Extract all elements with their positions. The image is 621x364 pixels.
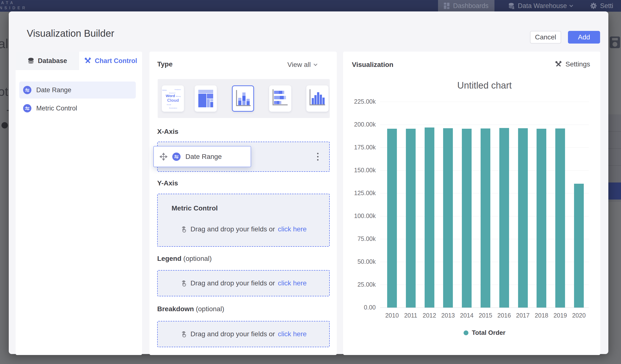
gridline <box>380 102 589 102</box>
chevron-down-icon <box>569 3 573 7</box>
chart-type-stacked-bar[interactable] <box>269 86 291 112</box>
chart-type-column[interactable] <box>306 86 328 112</box>
type-section-label: Type <box>157 60 172 68</box>
view-all-dropdown[interactable]: View all <box>287 61 317 69</box>
app-logo: DATA INSIDER <box>0 0 27 10</box>
gridline <box>380 124 589 125</box>
nav-dashboards-label: Dashboards <box>453 2 489 10</box>
tools-icon <box>84 57 91 65</box>
axis <box>236 90 237 106</box>
legend-dot <box>464 330 468 335</box>
x-axis-tick-label: 2017 <box>513 312 533 319</box>
stack-seg <box>277 101 279 104</box>
chevron-down-icon <box>314 62 318 66</box>
database-icon <box>28 57 34 64</box>
treemap-block <box>210 102 213 107</box>
y-axis-tick-label: 200.00k <box>347 121 376 128</box>
tab-database-label: Database <box>38 57 67 65</box>
x-axis-tick-label: 2011 <box>401 312 420 319</box>
cancel-button[interactable]: Cancel <box>530 31 561 44</box>
chart-legend[interactable]: Total Order <box>380 329 589 336</box>
bar-2020 <box>574 184 584 308</box>
chart-type-strip: Word Cloud inessAnalyticsKeywordMiningSo… <box>158 79 330 118</box>
bar-2015 <box>481 128 490 308</box>
column <box>320 95 322 104</box>
nav-data-warehouse-label: Data Warehouse <box>518 2 567 10</box>
drop-hint-text: Drag and drop your fields or <box>190 330 275 338</box>
word-cloud-mini-word: Mining <box>176 96 181 97</box>
nav-data-warehouse[interactable]: Data Warehouse <box>508 0 572 12</box>
sidebar-item-date-range[interactable]: Date Range <box>19 82 136 99</box>
bar-2010 <box>387 129 397 308</box>
tab-database[interactable]: Database <box>16 52 79 70</box>
screen: DATA INSIDER Dashboards Data Warehouse <box>0 0 621 364</box>
stack-seg <box>242 96 245 101</box>
treemap-block <box>207 99 210 107</box>
stack-seg <box>279 101 281 104</box>
click-here-link[interactable]: click here <box>278 330 307 338</box>
click-here-link[interactable]: click here <box>278 225 307 233</box>
x-axis-tick-label: 2016 <box>495 312 514 319</box>
treemap-block <box>210 99 213 102</box>
database-person-icon <box>508 2 515 9</box>
y-axis-label: Y-Axis <box>157 179 178 187</box>
dragged-field-label: Date Range <box>185 153 222 161</box>
bar-2014 <box>462 129 472 308</box>
kebab-menu-icon[interactable] <box>317 153 319 161</box>
legend-dropzone[interactable]: Drag and drop your fields or click here <box>157 270 330 296</box>
visualization-panel: Visualization Settings Untitled chart 22… <box>343 52 600 355</box>
nav-dashboards[interactable]: Dashboards <box>438 0 495 12</box>
y-axis-tick-label: 150.00k <box>347 167 376 174</box>
logo-line2: INSIDER <box>0 5 27 10</box>
click-here-link[interactable]: click here <box>278 279 307 287</box>
word-cloud-mini-word: iness <box>162 89 167 91</box>
stack-seg <box>246 101 250 105</box>
axis <box>310 89 310 105</box>
metric-control-zone-title: Metric Control <box>172 204 218 212</box>
x-axis-tick-label: 2019 <box>551 312 570 319</box>
stack-seg <box>238 98 242 101</box>
view-all-label: View all <box>287 61 311 69</box>
stack-seg <box>274 101 277 104</box>
control-sliders-icon <box>172 153 181 161</box>
save-icon[interactable] <box>610 36 620 48</box>
dragged-field-chip[interactable]: Date Range <box>153 146 251 167</box>
x-axis-tick-label: 2015 <box>476 312 495 319</box>
chart-title: Untitled chart <box>380 80 589 91</box>
chart-type-treemap[interactable] <box>195 86 217 112</box>
tap-hand-icon <box>180 279 188 287</box>
word-cloud-mini-word: Domination <box>169 107 177 109</box>
treemap-block <box>198 94 206 107</box>
word-cloud-mini-word: Social <box>167 104 171 105</box>
breakdown-dropzone[interactable]: Drag and drop your fields or click here <box>157 321 330 347</box>
axis <box>310 104 325 105</box>
stack-seg <box>274 91 279 94</box>
x-axis-tick-label: 2010 <box>382 312 402 319</box>
x-axis-label: X-Axis <box>157 128 178 136</box>
stack-seg <box>242 101 245 105</box>
y-axis-dropzone[interactable]: Metric Control Drag and drop your fields… <box>157 194 330 247</box>
sidebar-item-metric-control[interactable]: Metric Control <box>19 100 136 117</box>
column <box>314 95 317 104</box>
word-cloud-word: Word <box>166 94 175 98</box>
stack-seg <box>282 91 284 94</box>
drop-hint-text: Drag and drop your fields or <box>190 279 275 287</box>
tab-chart-control[interactable]: Chart Control <box>79 52 142 70</box>
control-sliders-icon <box>23 104 31 112</box>
add-button[interactable]: Add <box>568 31 600 44</box>
nav-settings[interactable]: Setti <box>590 0 613 12</box>
fields-panel: Database Chart Control Date Range <box>16 52 142 355</box>
chart-type-word-cloud[interactable]: Word Cloud inessAnalyticsKeywordMiningSo… <box>162 86 184 112</box>
treemap-block <box>207 94 213 99</box>
y-axis-tick-label: 225.00k <box>347 98 376 105</box>
bg-bullet-fragment <box>1 122 8 128</box>
bar-2013 <box>443 128 453 308</box>
column <box>322 98 325 104</box>
chart-type-stacked-column[interactable] <box>232 86 254 112</box>
tap-hand-icon <box>180 225 188 233</box>
bg-text-fragment-1: al <box>0 36 8 51</box>
visualization-builder-modal: Visualization Builder Cancel Add Databas… <box>9 11 608 354</box>
treemap-block <box>198 90 213 93</box>
stack-seg <box>242 92 245 96</box>
x-axis-tick-label: 2018 <box>532 312 551 319</box>
